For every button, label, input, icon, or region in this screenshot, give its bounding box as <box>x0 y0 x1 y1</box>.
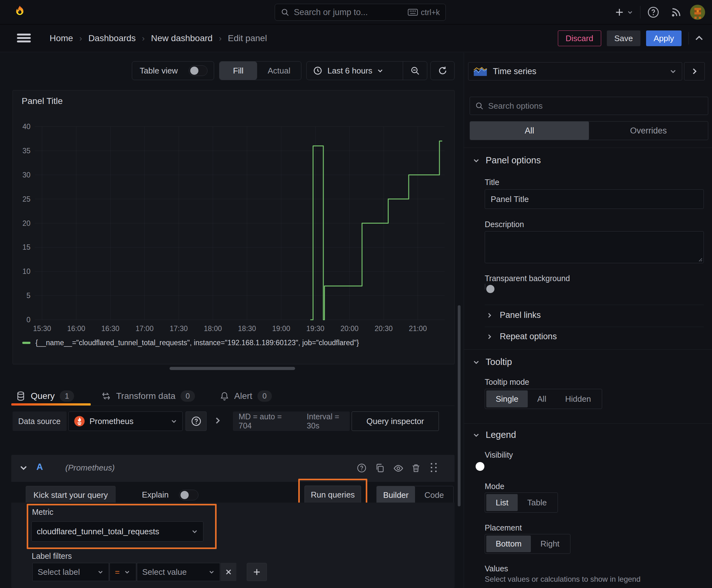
time-range-control: Last 6 hours <box>306 61 427 80</box>
tab-overrides[interactable]: Overrides <box>589 122 708 140</box>
save-button[interactable]: Save <box>607 30 641 46</box>
timeseries-viz-icon <box>473 66 487 76</box>
global-search-input[interactable]: Search or jump to... ctrl+k <box>275 4 446 21</box>
options-search-placeholder: Search options <box>488 101 542 111</box>
toggle-visibility-icon[interactable] <box>393 463 404 474</box>
time-range-label[interactable]: Last 6 hours <box>327 66 372 76</box>
resize-corner-icon[interactable] <box>697 257 702 261</box>
legend-mode-table[interactable]: Table <box>518 494 556 511</box>
query-options-summary[interactable]: MD = auto = 704 Interval = 30s <box>233 412 350 431</box>
tab-all[interactable]: All <box>470 122 589 140</box>
panel-links-header[interactable]: Panel links <box>486 310 541 320</box>
add-filter-icon[interactable] <box>247 563 267 581</box>
table-view-toggle[interactable] <box>189 65 208 76</box>
select-value-placeholder: Select value <box>142 567 204 577</box>
visualization-picker[interactable]: Time series <box>468 62 682 80</box>
query-builder-card: Metric cloudflared_tunnel_total_requests… <box>11 503 455 588</box>
kick-start-query-button[interactable]: Kick start your query <box>26 486 115 504</box>
zoom-out-icon[interactable] <box>403 62 427 80</box>
tab-transform-data[interactable]: Transform data 0 <box>101 388 195 404</box>
transform-icon <box>101 391 111 401</box>
datasource-help-button[interactable] <box>186 412 207 431</box>
refresh-icon <box>438 66 448 76</box>
search-icon <box>475 102 484 110</box>
options-search-input[interactable]: Search options <box>470 97 708 115</box>
delete-query-icon[interactable] <box>411 463 421 473</box>
user-avatar[interactable] <box>690 5 705 20</box>
topbar-divider <box>640 6 641 19</box>
builder-option[interactable]: Builder <box>377 486 415 504</box>
refresh-button[interactable] <box>430 61 455 80</box>
breadcrumb-new-dashboard[interactable]: New dashboard <box>151 33 213 43</box>
chevron-down-icon[interactable] <box>19 463 28 472</box>
discard-button[interactable]: Discard <box>558 30 601 46</box>
help-icon[interactable] <box>647 6 659 18</box>
legend-mode-label: Mode <box>485 482 504 491</box>
legend-mode-list[interactable]: List <box>486 494 518 511</box>
actual-option[interactable]: Actual <box>257 62 301 80</box>
run-queries-button[interactable]: Run queries <box>304 486 361 504</box>
fill-option[interactable]: Fill <box>219 62 257 80</box>
query-ref-id[interactable]: A <box>37 462 43 472</box>
apply-button[interactable]: Apply <box>646 30 682 46</box>
datasource-picker[interactable]: Prometheus <box>68 412 183 431</box>
chevron-right-icon <box>486 333 493 340</box>
query-datasource-hint: (Prometheus) <box>65 463 115 473</box>
metric-value: cloudflared_tunnel_total_requests <box>37 527 187 537</box>
explain-toggle[interactable] <box>179 490 198 500</box>
select-value-dropdown[interactable]: Select value <box>137 563 220 581</box>
tab-query[interactable]: Query 1 <box>16 388 74 404</box>
remove-filter-icon[interactable] <box>221 563 236 581</box>
add-new-button[interactable] <box>614 7 633 17</box>
panel-title-input[interactable] <box>485 189 704 209</box>
menu-toggle-icon[interactable] <box>17 33 31 43</box>
metric-select[interactable]: cloudflared_tunnel_total_requests <box>31 521 203 542</box>
tooltip-mode-single[interactable]: Single <box>486 391 528 407</box>
viz-suggestions-button[interactable] <box>684 62 705 80</box>
description-textarea[interactable] <box>485 231 704 263</box>
svg-text:17:30: 17:30 <box>170 324 188 333</box>
time-series-chart[interactable]: 051015202530354015:3016:0016:3017:0017:3… <box>13 90 455 365</box>
drag-handle-icon[interactable] <box>431 463 438 474</box>
tooltip-header[interactable]: Tooltip <box>473 357 512 367</box>
svg-text:18:30: 18:30 <box>238 324 256 333</box>
panel-options-pane: Time series Search options All Overrides… <box>464 53 712 588</box>
top-navigation-bar: Search or jump to... ctrl+k <box>0 0 712 24</box>
svg-text:20:30: 20:30 <box>374 324 393 333</box>
operator-dropdown[interactable]: = <box>110 563 136 581</box>
panel-options-header[interactable]: Panel options <box>473 155 541 166</box>
chart-legend-item[interactable]: {__name__="cloudflared_tunnel_total_requ… <box>22 339 359 347</box>
breadcrumb-home[interactable]: Home <box>50 33 73 43</box>
duplicate-query-icon[interactable] <box>375 463 385 473</box>
svg-text:19:30: 19:30 <box>306 324 325 333</box>
select-label-dropdown[interactable]: Select label <box>33 563 109 581</box>
title-label: Title <box>485 178 499 187</box>
query-help-icon[interactable] <box>357 463 367 473</box>
repeat-options-label: Repeat options <box>500 332 557 341</box>
svg-text:20: 20 <box>22 219 30 227</box>
interval-stat: Interval = 30s <box>307 412 350 430</box>
vertical-scrollbar[interactable] <box>458 305 460 506</box>
svg-text:21:00: 21:00 <box>409 324 427 333</box>
chevron-down-icon <box>97 569 104 575</box>
svg-text:10: 10 <box>22 267 30 275</box>
transparent-bg-toggle[interactable] <box>485 284 486 290</box>
chevron-right-icon[interactable] <box>213 416 222 425</box>
panel-resize-handle[interactable] <box>170 367 295 370</box>
code-option[interactable]: Code <box>415 486 453 504</box>
legend-header[interactable]: Legend <box>473 430 516 440</box>
chevron-up-icon[interactable] <box>694 33 705 44</box>
repeat-options-header[interactable]: Repeat options <box>486 332 557 341</box>
placement-right[interactable]: Right <box>531 536 569 552</box>
tab-query-count: 1 <box>60 391 74 402</box>
news-rss-icon[interactable] <box>671 6 682 18</box>
query-inspector-button[interactable]: Query inspector <box>352 412 439 431</box>
breadcrumb-dashboards[interactable]: Dashboards <box>88 33 136 43</box>
grafana-logo-icon[interactable] <box>13 5 27 19</box>
tooltip-mode-hidden[interactable]: Hidden <box>556 391 600 407</box>
visibility-label: Visibility <box>485 450 513 460</box>
tab-alert[interactable]: Alert 0 <box>220 388 272 404</box>
tooltip-mode-all[interactable]: All <box>528 391 556 407</box>
placement-bottom[interactable]: Bottom <box>486 536 531 552</box>
panel-title[interactable]: Panel Title <box>22 96 63 106</box>
